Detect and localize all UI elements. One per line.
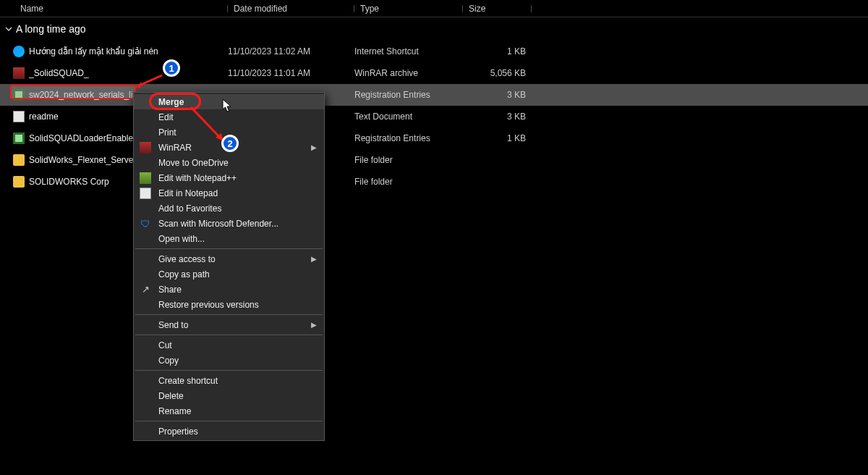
context-menu-label: Scan with Microsoft Defender... [158,219,278,229]
context-menu-label: WinRAR [158,143,192,153]
column-headers: Name Date modified Type Size [0,0,868,17]
header-name[interactable]: Name [0,4,228,14]
file-name: SolidSQUADLoaderEnabler [29,133,136,143]
context-menu-separator [135,248,323,249]
file-icon [13,133,25,144]
file-type: File folder [354,177,463,187]
winrar-icon [140,142,151,154]
context-menu-separator [135,421,323,421]
header-size[interactable]: Size [463,4,532,14]
context-menu-item[interactable]: Rename [134,403,324,419]
context-menu-item[interactable]: Move to OneDrive [134,155,324,170]
file-icon [13,89,25,101]
file-row[interactable]: SolidWorks_Flexnet_ServerFile folder [0,149,868,171]
context-menu-item[interactable]: WinRAR▶ [134,140,324,155]
context-menu-separator [135,335,323,335]
context-menu-item[interactable]: Add to Favorites [134,201,324,216]
context-menu-separator [135,370,323,371]
context-menu-label: Copy [158,356,179,366]
file-row[interactable]: SolidSQUADLoaderEnablerRegistration Entr… [0,127,868,149]
file-type: WinRAR archive [354,68,463,78]
context-menu-label: Copy as path [158,269,210,279]
context-menu-item[interactable]: Open with... [134,231,324,246]
file-name: Hướng dẫn lấy mật khẩu giải nén [29,46,158,56]
context-menu-label: Properties [158,426,198,437]
header-date[interactable]: Date modified [228,4,354,14]
context-menu-item[interactable]: Cut [134,337,324,353]
file-type: File folder [354,155,463,165]
submenu-arrow-icon: ▶ [311,321,317,329]
group-header[interactable]: A long time ago [0,17,868,41]
file-date: 11/10/2023 11:01 AM [228,68,354,78]
file-row[interactable]: SOLIDWORKS CorpFile folder [0,171,868,193]
file-date: 11/10/2023 11:02 AM [228,46,354,56]
context-menu-item[interactable]: ↗Share [134,282,324,297]
shield-icon: 🛡 [140,218,151,230]
file-name: sw2024_network_serials_licen [29,90,147,100]
context-menu-label: Edit in Notepad [158,188,218,198]
context-menu-label: Add to Favorites [158,203,221,214]
context-menu-item[interactable]: Create shortcut [134,373,324,388]
context-menu-label: Give access to [158,254,216,264]
file-row[interactable]: readmeText Document3 KB [0,106,868,127]
file-list: Hướng dẫn lấy mật khẩu giải nén11/10/202… [0,41,868,193]
context-menu-label: Edit [158,112,174,122]
file-size: 3 KB [463,112,532,122]
context-menu-label: Merge [158,97,184,107]
group-label: A long time ago [16,23,86,35]
context-menu-item[interactable]: Edit in Notepad [134,185,324,201]
submenu-arrow-icon: ▶ [311,255,317,263]
file-name: SolidWorks_Flexnet_Server [29,155,137,165]
file-type: Registration Entries [354,90,463,100]
context-menu-item[interactable]: 🛡Scan with Microsoft Defender... [134,216,324,231]
context-menu-label: Edit with Notepad++ [158,173,237,183]
file-size: 5,056 KB [463,68,532,78]
context-menu-item[interactable]: Print [134,125,324,140]
file-icon [13,154,25,166]
file-row[interactable]: sw2024_network_serials_licenRegistration… [0,84,868,106]
context-menu: MergeEditPrintWinRAR▶Move to OneDriveEdi… [133,92,325,441]
file-size: 3 KB [463,90,532,100]
context-menu-label: Print [158,127,176,138]
context-menu-item[interactable]: Merge [134,94,324,109]
notepad-icon [140,188,151,199]
file-icon [13,67,25,79]
file-row[interactable]: _SolidSQUAD_11/10/2023 11:01 AMWinRAR ar… [0,62,868,84]
context-menu-item[interactable]: Give access to▶ [134,251,324,266]
file-name: SOLIDWORKS Corp [29,177,109,187]
context-menu-label: Send to [158,320,188,330]
file-name: readme [29,112,59,122]
file-size: 1 KB [463,133,532,143]
file-type: Internet Shortcut [354,46,463,56]
file-row[interactable]: Hướng dẫn lấy mật khẩu giải nén11/10/202… [0,41,868,62]
file-icon [13,111,25,122]
context-menu-item[interactable]: Properties [134,424,324,439]
context-menu-label: Restore previous versions [158,300,259,310]
context-menu-label: Create shortcut [158,376,218,386]
file-name: _SolidSQUAD_ [29,68,89,78]
context-menu-separator [135,314,323,315]
context-menu-item[interactable]: Copy as path [134,266,324,282]
context-menu-label: Delete [158,391,184,401]
context-menu-label: Cut [158,340,172,350]
context-menu-item[interactable]: Edit with Notepad++ [134,170,324,185]
context-menu-item[interactable]: Copy [134,353,324,368]
context-menu-item[interactable]: Edit [134,109,324,125]
file-type: Text Document [354,112,463,122]
notepadpp-icon [140,172,151,184]
chevron-down-icon [4,25,13,33]
file-size: 1 KB [463,46,532,56]
context-menu-item[interactable]: Send to▶ [134,317,324,332]
context-menu-label: Move to OneDrive [158,158,229,168]
context-menu-item[interactable]: Delete [134,388,324,403]
context-menu-item[interactable]: Restore previous versions [134,297,324,312]
header-type[interactable]: Type [354,4,463,14]
share-icon: ↗ [140,284,151,295]
context-menu-label: Rename [158,406,191,416]
file-type: Registration Entries [354,133,463,143]
context-menu-label: Open with... [158,234,205,244]
context-menu-label: Share [158,285,182,295]
file-icon [13,46,25,57]
file-icon [13,176,25,188]
submenu-arrow-icon: ▶ [311,143,317,151]
